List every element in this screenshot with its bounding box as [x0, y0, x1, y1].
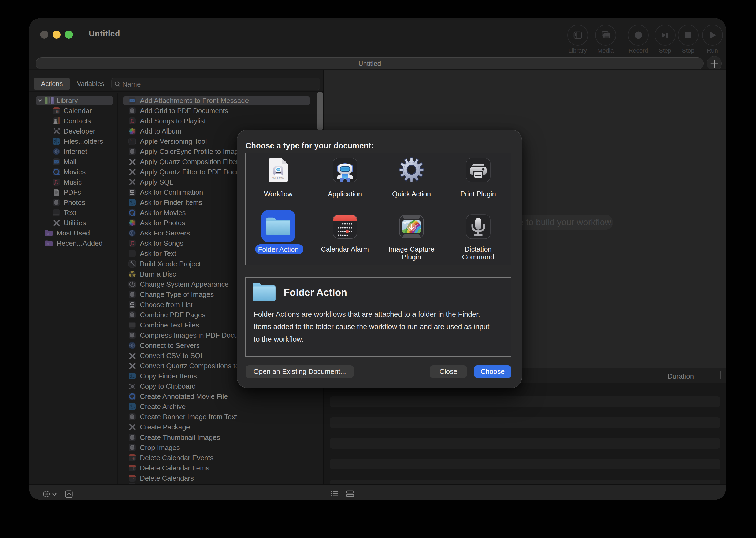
svg-text:>_: >_ [130, 139, 133, 142]
svg-text:WFLOW: WFLOW [273, 177, 284, 180]
